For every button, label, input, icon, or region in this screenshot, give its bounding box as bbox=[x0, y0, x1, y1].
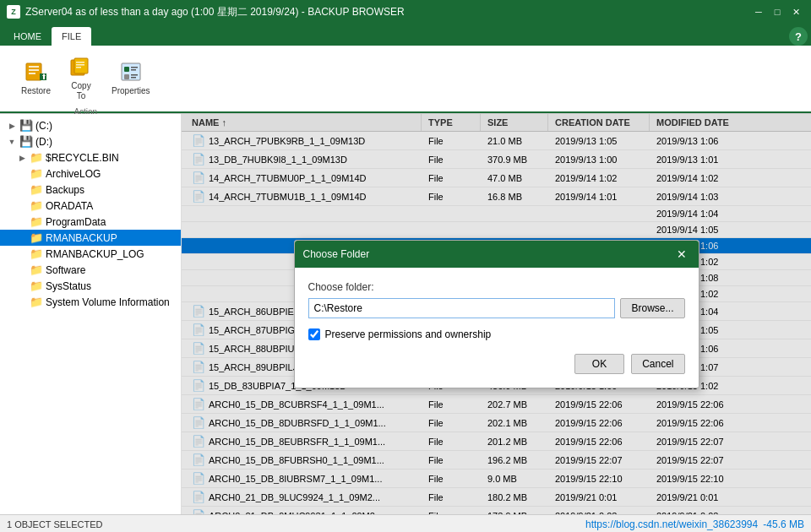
close-button[interactable]: ✕ bbox=[787, 4, 804, 19]
status-bar: 1 OBJECT SELECTED https://blog.csdn.net/… bbox=[0, 514, 811, 532]
svg-rect-7 bbox=[76, 62, 84, 63]
oradata-label: ORADATA bbox=[46, 200, 93, 212]
expand-recycle-icon[interactable]: ▶ bbox=[17, 153, 27, 163]
ribbon-buttons: Restore CopyTo bbox=[14, 51, 158, 106]
title-bar-controls: ─ □ ✕ bbox=[750, 4, 804, 19]
maximize-button[interactable]: □ bbox=[769, 4, 786, 19]
choose-folder-dialog: Choose Folder ✕ Choose folder: Browse...… bbox=[294, 240, 699, 388]
sidebar-item-sysstatus[interactable]: 📁 SysStatus bbox=[0, 278, 181, 294]
permissions-checkbox[interactable] bbox=[308, 328, 320, 340]
modal-body: Choose folder: Browse... Preserve permis… bbox=[295, 268, 699, 388]
sidebar-item-programdata[interactable]: 📁 ProgramData bbox=[0, 214, 181, 230]
svg-rect-9 bbox=[76, 67, 81, 68]
sysstatus-label: SysStatus bbox=[46, 280, 91, 292]
expand-c-icon[interactable]: ▶ bbox=[7, 121, 17, 131]
expand-backups-icon[interactable] bbox=[17, 185, 27, 195]
ribbon-tabs: HOME FILE ? bbox=[0, 24, 811, 46]
ok-button[interactable]: OK bbox=[574, 354, 624, 374]
properties-label: Properties bbox=[112, 86, 150, 96]
folder-archive-icon: 📁 bbox=[30, 167, 43, 180]
title-bar-title: ZServer04 as of less than a day ago (1:0… bbox=[25, 5, 405, 19]
folder-recycle-icon: 📁 bbox=[30, 151, 43, 164]
sidebar-item-c-drive[interactable]: ▶ 💾 (C:) bbox=[0, 117, 181, 133]
tab-home[interactable]: HOME bbox=[3, 27, 52, 46]
expand-rmanlog-icon[interactable] bbox=[17, 249, 27, 259]
properties-button[interactable]: Properties bbox=[104, 56, 158, 100]
app-icon: Z bbox=[7, 5, 20, 19]
sidebar-item-rmanbackup[interactable]: 📁 RMANBACKUP bbox=[0, 230, 181, 246]
action-group: Restore CopyTo bbox=[7, 49, 165, 106]
expand-rman-icon[interactable] bbox=[17, 233, 27, 243]
expand-archive-icon[interactable] bbox=[17, 169, 27, 179]
title-bar-left: Z ZServer04 as of less than a day ago (1… bbox=[7, 5, 405, 19]
sidebar-item-d-drive[interactable]: ▼ 💾 (D:) bbox=[0, 133, 181, 149]
ribbon-content: Restore CopyTo bbox=[0, 46, 811, 113]
programdata-label: ProgramData bbox=[46, 216, 106, 228]
svg-rect-3 bbox=[29, 73, 35, 74]
svg-rect-2 bbox=[29, 69, 39, 71]
svg-rect-15 bbox=[131, 74, 138, 76]
drive-c-icon: 💾 bbox=[19, 119, 33, 132]
rmanbackuplog-label: RMANBACKUP_LOG bbox=[46, 248, 144, 260]
sidebar-item-rmanbackup-log[interactable]: 📁 RMANBACKUP_LOG bbox=[0, 246, 181, 262]
sidebar: ▶ 💾 (C:) ▼ 💾 (D:) ▶ 📁 $RECYCLE.BIN 📁 Arc… bbox=[0, 114, 182, 514]
folder-backups-icon: 📁 bbox=[30, 183, 43, 196]
folder-rmanlog-icon: 📁 bbox=[30, 247, 43, 260]
tab-file[interactable]: FILE bbox=[52, 27, 91, 46]
folder-input[interactable] bbox=[308, 298, 616, 318]
status-link: https://blog.csdn.net/weixin_38623994 bbox=[585, 518, 758, 530]
folder-rman-icon: 📁 bbox=[30, 231, 43, 244]
folder-oradata-icon: 📁 bbox=[30, 199, 43, 212]
sidebar-item-systemvolume[interactable]: 📁 System Volume Information bbox=[0, 294, 181, 310]
restore-label: Restore bbox=[21, 86, 51, 96]
expand-sysvolume-icon[interactable] bbox=[17, 297, 27, 307]
recycle-label: $RECYCLE.BIN bbox=[46, 152, 119, 164]
content-area: NAME ↑ TYPE SIZE CREATION DATE MODIFIED … bbox=[182, 114, 811, 514]
sidebar-item-recycle[interactable]: ▶ 📁 $RECYCLE.BIN bbox=[0, 149, 181, 166]
title-bar: Z ZServer04 as of less than a day ago (1… bbox=[0, 0, 811, 24]
drive-c-label: (C:) bbox=[35, 120, 52, 132]
expand-programdata-icon[interactable] bbox=[17, 217, 27, 227]
archivelog-label: ArchiveLOG bbox=[46, 168, 101, 180]
folder-input-row: Browse... bbox=[308, 298, 685, 318]
svg-rect-13 bbox=[131, 69, 136, 71]
folder-programdata-icon: 📁 bbox=[30, 215, 43, 228]
svg-rect-6 bbox=[74, 58, 88, 73]
minimize-button[interactable]: ─ bbox=[750, 4, 767, 19]
main-area: ▶ 💾 (C:) ▼ 💾 (D:) ▶ 📁 $RECYCLE.BIN 📁 Arc… bbox=[0, 114, 811, 514]
software-label: Software bbox=[46, 264, 85, 276]
drive-d-icon: 💾 bbox=[19, 135, 33, 148]
expand-software-icon[interactable] bbox=[17, 265, 27, 275]
backups-label: Backups bbox=[46, 184, 84, 196]
status-right: https://blog.csdn.net/weixin_38623994 -4… bbox=[585, 518, 804, 530]
svg-rect-16 bbox=[131, 77, 136, 79]
expand-oradata-icon[interactable] bbox=[17, 201, 27, 211]
expand-d-icon[interactable]: ▼ bbox=[7, 137, 17, 147]
cancel-button[interactable]: Cancel bbox=[631, 354, 684, 374]
expand-sysstatus-icon[interactable] bbox=[17, 281, 27, 291]
folder-sysvolume-icon: 📁 bbox=[30, 296, 43, 308]
sidebar-item-backups[interactable]: 📁 Backups bbox=[0, 182, 181, 198]
folder-sysstatus-icon: 📁 bbox=[30, 280, 43, 292]
rmanbackup-label: RMANBACKUP bbox=[46, 232, 117, 244]
ribbon: HOME FILE ? bbox=[0, 24, 811, 114]
copy-icon bbox=[69, 55, 93, 79]
browse-button[interactable]: Browse... bbox=[620, 298, 684, 318]
sidebar-item-archivelog[interactable]: 📁 ArchiveLOG bbox=[0, 166, 181, 182]
sidebar-item-oradata[interactable]: 📁 ORADATA bbox=[0, 198, 181, 214]
restore-button[interactable]: Restore bbox=[14, 56, 58, 100]
modal-titlebar: Choose Folder ✕ bbox=[295, 241, 699, 268]
sidebar-item-software[interactable]: 📁 Software bbox=[0, 262, 181, 278]
svg-rect-12 bbox=[131, 67, 138, 68]
modal-title: Choose Folder bbox=[303, 248, 370, 260]
folder-software-icon: 📁 bbox=[30, 263, 43, 276]
modal-overlay: Choose Folder ✕ Choose folder: Browse...… bbox=[182, 114, 811, 514]
modal-actions: OK Cancel bbox=[308, 354, 685, 374]
svg-rect-4 bbox=[43, 76, 45, 79]
folder-label: Choose folder: bbox=[308, 281, 685, 293]
status-size: -45.6 MB bbox=[763, 518, 804, 530]
copy-to-label: CopyTo bbox=[71, 81, 90, 101]
help-button[interactable]: ? bbox=[789, 27, 808, 46]
modal-close-button[interactable]: ✕ bbox=[673, 246, 690, 263]
copy-to-button[interactable]: CopyTo bbox=[62, 51, 101, 106]
